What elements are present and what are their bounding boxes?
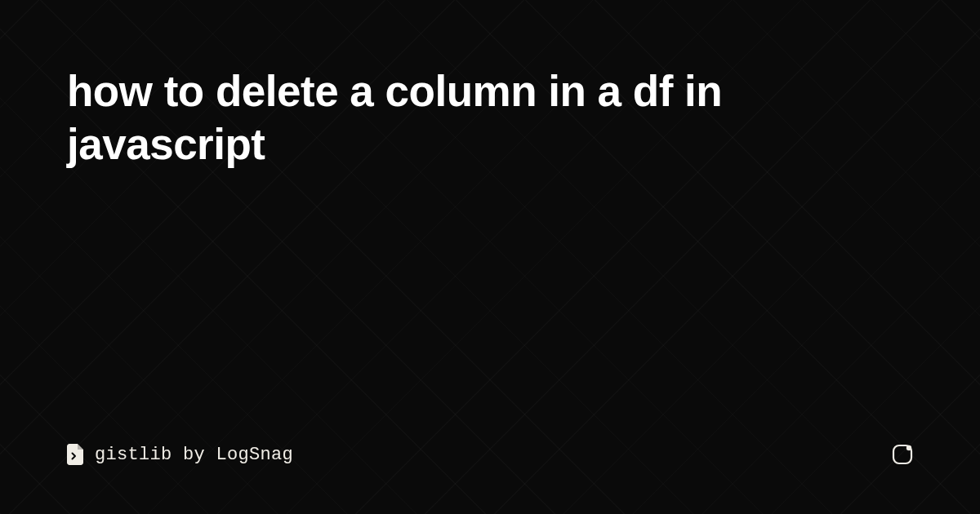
brand: gistlib by LogSnag bbox=[67, 444, 293, 465]
footer: gistlib by LogSnag bbox=[67, 444, 913, 465]
page-title: how to delete a column in a df in javasc… bbox=[67, 65, 884, 171]
svg-point-1 bbox=[906, 445, 911, 450]
card-container: how to delete a column in a df in javasc… bbox=[0, 0, 980, 514]
file-icon bbox=[67, 444, 83, 465]
external-link-icon[interactable] bbox=[892, 444, 913, 465]
brand-label: gistlib by LogSnag bbox=[95, 445, 293, 465]
